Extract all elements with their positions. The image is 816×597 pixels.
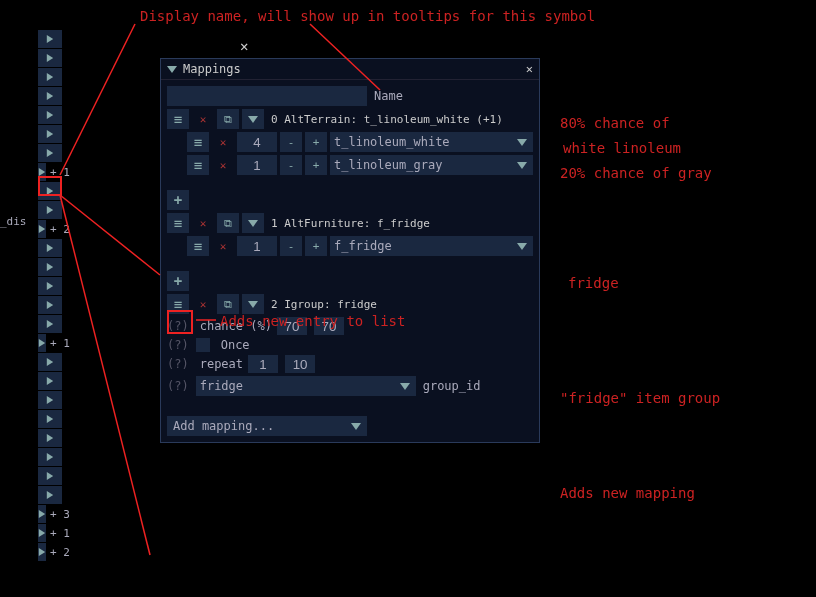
sidebar-item (38, 125, 68, 143)
play-icon[interactable] (38, 524, 46, 542)
annotation: Adds new entry to list (220, 313, 405, 329)
add-mapping-dropdown[interactable]: Add mapping... (167, 416, 367, 436)
sidebar-item (38, 410, 68, 428)
collapse-icon[interactable] (167, 66, 177, 73)
play-icon[interactable] (38, 315, 62, 333)
play-icon[interactable] (38, 448, 62, 466)
dis-label: _dis (0, 215, 27, 228)
panel-header: Mappings ✕ (161, 59, 539, 80)
play-icon[interactable] (38, 87, 62, 105)
play-icon[interactable] (38, 505, 46, 523)
value-dropdown[interactable]: f_fridge (330, 236, 533, 256)
sidebar-item: + 3 (38, 505, 68, 523)
weight-input[interactable] (237, 155, 277, 175)
mapping-row: ✕ - + f_fridge (187, 236, 533, 256)
annotation: 80% chance of (560, 115, 670, 131)
drag-icon[interactable] (167, 109, 189, 129)
play-icon[interactable] (38, 410, 62, 428)
sidebar-item: + 1 (38, 334, 68, 352)
play-icon[interactable] (38, 467, 62, 485)
add-entry-button[interactable]: + (167, 190, 189, 210)
close-icon[interactable]: ✕ (526, 62, 533, 76)
delete-icon[interactable]: ✕ (192, 109, 214, 129)
minus-button[interactable]: - (280, 236, 302, 256)
highlight-box (167, 310, 193, 334)
annotation: white linoleum (563, 140, 681, 156)
copy-icon[interactable] (217, 109, 239, 129)
repeat-input[interactable] (248, 355, 278, 373)
play-icon[interactable] (38, 144, 62, 162)
sidebar-item (38, 68, 68, 86)
value-dropdown[interactable]: t_linoleum_gray (330, 155, 533, 175)
plus-button[interactable]: + (305, 155, 327, 175)
expand-icon[interactable] (242, 294, 264, 314)
once-checkbox[interactable] (196, 338, 210, 352)
annotation: Adds new mapping (560, 485, 695, 501)
expand-icon[interactable] (242, 213, 264, 233)
repeat-input[interactable] (285, 355, 315, 373)
svg-line-1 (60, 24, 135, 175)
minus-button[interactable]: - (280, 155, 302, 175)
delete-icon[interactable]: ✕ (192, 294, 214, 314)
drag-icon[interactable] (167, 213, 189, 233)
help-icon[interactable]: (?) (167, 338, 189, 352)
play-icon[interactable] (38, 486, 62, 504)
play-icon[interactable] (38, 372, 62, 390)
sidebar-item (38, 391, 68, 409)
play-icon[interactable] (38, 391, 62, 409)
sidebar-item (38, 486, 68, 504)
weight-input[interactable] (237, 236, 277, 256)
name-input[interactable] (167, 86, 367, 106)
sidebar-item (38, 353, 68, 371)
delete-icon[interactable]: ✕ (192, 213, 214, 233)
play-icon[interactable] (38, 49, 62, 67)
delete-icon[interactable]: ✕ (212, 132, 234, 152)
sidebar-item: + 1 (38, 524, 68, 542)
play-icon[interactable] (38, 68, 62, 86)
play-icon[interactable] (38, 106, 62, 124)
play-icon[interactable] (38, 353, 62, 371)
play-icon[interactable] (38, 334, 46, 352)
help-icon[interactable]: (?) (167, 379, 189, 393)
add-entry-button[interactable]: + (167, 271, 189, 291)
plus-button[interactable]: + (305, 236, 327, 256)
play-icon[interactable] (38, 543, 46, 561)
play-icon[interactable] (38, 125, 62, 143)
copy-icon[interactable] (217, 294, 239, 314)
weight-input[interactable] (237, 132, 277, 152)
mapping-header: ✕ 2 Igroup: fridge (167, 294, 533, 314)
value-dropdown[interactable]: t_linoleum_white (330, 132, 533, 152)
group-dropdown[interactable]: fridge (196, 376, 416, 396)
play-icon[interactable] (38, 239, 62, 257)
play-icon[interactable] (38, 296, 62, 314)
sidebar-item (38, 467, 68, 485)
delete-icon[interactable]: ✕ (212, 236, 234, 256)
play-icon[interactable] (38, 429, 62, 447)
drag-icon[interactable] (187, 155, 209, 175)
minus-button[interactable]: - (280, 132, 302, 152)
sidebar-item (38, 201, 68, 219)
plus-button[interactable]: + (305, 132, 327, 152)
play-icon[interactable] (38, 30, 62, 48)
play-icon[interactable] (38, 220, 46, 238)
sidebar-item (38, 144, 68, 162)
copy-icon[interactable] (217, 213, 239, 233)
mapping-label: 2 Igroup: fridge (271, 298, 377, 311)
sidebar-item (38, 315, 68, 333)
play-icon[interactable] (38, 201, 62, 219)
help-icon[interactable]: (?) (167, 357, 189, 371)
play-icon[interactable] (38, 258, 62, 276)
delete-icon[interactable]: ✕ (212, 155, 234, 175)
close-icon[interactable]: ✕ (240, 38, 248, 54)
repeat-label: repeat (200, 357, 243, 371)
sidebar-item (38, 258, 68, 276)
sidebar-label: + 3 (50, 508, 70, 521)
annotation: fridge (568, 275, 619, 291)
expand-icon[interactable] (242, 109, 264, 129)
drag-icon[interactable] (187, 236, 209, 256)
mapping-header: ✕ 0 AltTerrain: t_linoleum_white (+1) (167, 109, 533, 129)
drag-icon[interactable] (187, 132, 209, 152)
play-icon[interactable] (38, 277, 62, 295)
mapping-label: 0 AltTerrain: t_linoleum_white (+1) (271, 113, 503, 126)
sidebar-item (38, 30, 68, 48)
